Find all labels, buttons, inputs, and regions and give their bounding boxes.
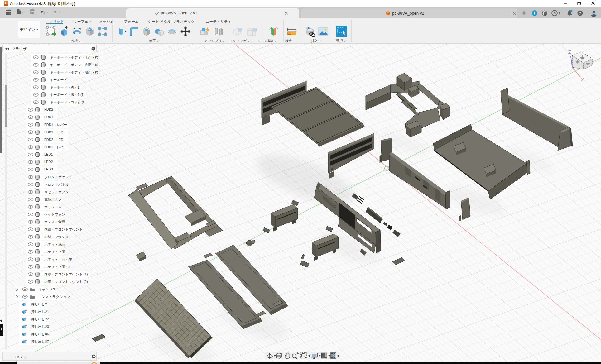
svg-text:?: ? [579, 11, 581, 16]
svg-text:X: X [581, 77, 584, 82]
svg-text:Z: Z [568, 49, 571, 55]
